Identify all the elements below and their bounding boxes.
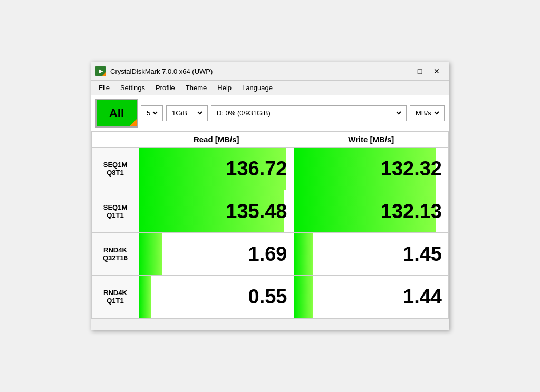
table-header-row: Read [MB/s] Write [MB/s] xyxy=(92,132,449,148)
write-number-0: 132.32 xyxy=(294,148,449,190)
size-selector[interactable]: 1GiB 512MiB 256MiB 64MiB 32MiB 16MiB 8Mi… xyxy=(166,105,208,121)
read-value-2: 1.69 xyxy=(139,233,294,276)
read-value-1: 135.48 xyxy=(139,190,294,233)
drive-select[interactable]: D: 0% (0/931GiB) xyxy=(215,109,403,117)
read-value-0: 136.72 xyxy=(139,148,294,190)
write-number-1: 132.13 xyxy=(294,190,449,232)
drive-selector[interactable]: D: 0% (0/931GiB) xyxy=(211,105,407,121)
header-label-col xyxy=(92,132,139,148)
maximize-button[interactable]: □ xyxy=(412,65,428,77)
runs-select[interactable]: 5 1 3 9 xyxy=(144,109,159,117)
header-write: Write [MB/s] xyxy=(294,132,449,148)
all-button[interactable]: All xyxy=(95,99,138,128)
toolbar: All 5 1 3 9 1GiB 512MiB 256MiB 64MiB 32M… xyxy=(91,95,449,131)
main-window: ▶ CrystalDiskMark 7.0.0 x64 (UWP) — □ ✕ … xyxy=(91,62,449,330)
row-label-0: SEQ1MQ8T1 xyxy=(92,148,139,190)
row-label-1: SEQ1MQ1T1 xyxy=(92,190,139,233)
write-number-3: 1.44 xyxy=(294,276,449,318)
unit-select[interactable]: MB/s GB/s IOPS μs xyxy=(413,109,441,117)
menu-item-file[interactable]: File xyxy=(93,82,115,94)
table-row: RND4KQ32T161.691.45 xyxy=(92,233,449,276)
read-number-1: 135.48 xyxy=(139,190,294,232)
window-title: CrystalDiskMark 7.0.0 x64 (UWP) xyxy=(110,67,213,75)
window-controls: — □ ✕ xyxy=(395,65,445,77)
write-value-0: 132.32 xyxy=(294,148,449,190)
runs-selector[interactable]: 5 1 3 9 xyxy=(141,105,163,121)
menu-bar: FileSettingsProfileThemeHelpLanguage xyxy=(91,81,449,95)
title-bar-left: ▶ CrystalDiskMark 7.0.0 x64 (UWP) xyxy=(95,66,213,76)
table-row: SEQ1MQ1T1135.48132.13 xyxy=(92,190,449,233)
status-bar xyxy=(91,318,449,330)
row-label-2: RND4KQ32T16 xyxy=(92,233,139,276)
menu-item-settings[interactable]: Settings xyxy=(115,82,150,94)
title-bar: ▶ CrystalDiskMark 7.0.0 x64 (UWP) — □ ✕ xyxy=(91,62,449,81)
close-button[interactable]: ✕ xyxy=(429,65,445,77)
write-value-3: 1.44 xyxy=(294,276,449,318)
read-number-0: 136.72 xyxy=(139,148,294,190)
menu-item-theme[interactable]: Theme xyxy=(180,82,212,94)
menu-item-language[interactable]: Language xyxy=(237,82,278,94)
read-number-3: 0.55 xyxy=(139,276,294,318)
write-number-2: 1.45 xyxy=(294,233,449,275)
write-value-1: 132.13 xyxy=(294,190,449,233)
menu-item-profile[interactable]: Profile xyxy=(150,82,180,94)
row-label-3: RND4KQ1T1 xyxy=(92,276,139,318)
header-read: Read [MB/s] xyxy=(139,132,294,148)
app-icon: ▶ xyxy=(95,66,106,76)
table-row: SEQ1MQ8T1136.72132.32 xyxy=(92,148,449,190)
read-number-2: 1.69 xyxy=(139,233,294,275)
write-value-2: 1.45 xyxy=(294,233,449,276)
minimize-button[interactable]: — xyxy=(395,65,411,77)
table-row: RND4KQ1T10.551.44 xyxy=(92,276,449,318)
size-select[interactable]: 1GiB 512MiB 256MiB 64MiB 32MiB 16MiB 8Mi… xyxy=(170,109,204,117)
menu-item-help[interactable]: Help xyxy=(212,82,237,94)
read-value-3: 0.55 xyxy=(139,276,294,318)
unit-selector[interactable]: MB/s GB/s IOPS μs xyxy=(410,105,445,121)
results-table: Read [MB/s] Write [MB/s] SEQ1MQ8T1136.72… xyxy=(91,131,449,318)
